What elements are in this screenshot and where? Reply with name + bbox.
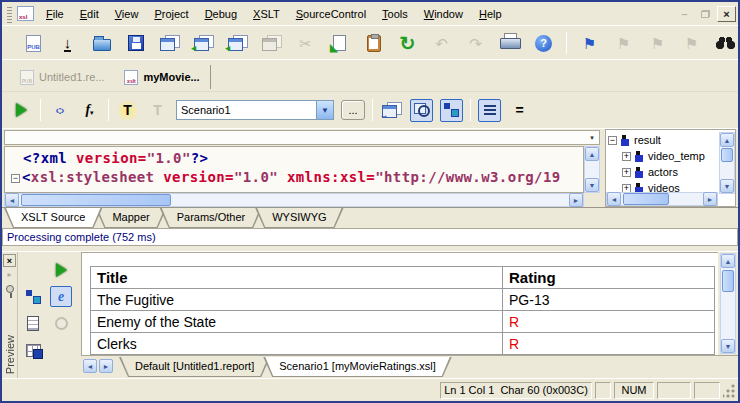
preview-vertical-scrollbar[interactable]: ▲ ▼ (720, 253, 736, 354)
status-pane-empty (694, 382, 720, 399)
toolbar-grip[interactable] (7, 5, 12, 23)
tab-scroll-right-icon[interactable]: ► (99, 359, 113, 373)
expand-icon[interactable]: + (622, 184, 631, 193)
highlight-off-icon: T (153, 102, 162, 118)
tab-default-report[interactable]: Default [Untitled1.report] (119, 357, 270, 377)
tab-scroll-left-icon[interactable]: ◄ (83, 359, 97, 373)
tree-item-result[interactable]: − result (608, 132, 718, 148)
bookmark-button[interactable]: ⚑ (578, 32, 601, 55)
align-lines-icon (484, 105, 496, 115)
menu-help[interactable]: Help (471, 5, 510, 23)
tab-scenario1[interactable]: Scenario1 [myMovieRatings.xsl] (263, 357, 452, 377)
menu-tools[interactable]: Tools (374, 5, 416, 23)
function-button[interactable]: f▾ (78, 99, 101, 122)
scroll-down-icon[interactable]: ▼ (720, 179, 734, 193)
expand-icon[interactable]: + (622, 168, 631, 177)
copy-button[interactable]: ◣ (328, 32, 351, 55)
code-horizontal-scrollbar[interactable]: ◄ ► (4, 193, 584, 207)
collapse-icon[interactable]: − (608, 136, 617, 145)
cut-button: ✂ (294, 32, 317, 55)
scroll-up-icon[interactable]: ▲ (720, 133, 734, 147)
browse-scenarios-button[interactable]: ... (341, 100, 365, 120)
scroll-left-icon[interactable]: ◄ (607, 192, 621, 206)
spacer (22, 259, 44, 280)
highlight-on-button[interactable]: T (116, 99, 139, 122)
publish-button[interactable]: PUB (22, 32, 45, 55)
menu-sourcecontrol[interactable]: SourceControl (288, 5, 374, 23)
clear-bookmarks-icon: ⚑ (685, 36, 698, 51)
chevron-down-icon[interactable]: ▾ (585, 131, 599, 144)
print-button[interactable] (498, 32, 521, 55)
help-button[interactable]: ? (532, 32, 555, 55)
doc-tab-label: Untitled1.re... (39, 71, 104, 83)
align-button[interactable] (478, 99, 501, 122)
run-button[interactable] (10, 99, 33, 122)
open-button[interactable] (90, 32, 113, 55)
refresh-icon: ↻ (400, 34, 416, 53)
editor-toolbar: ‹:› f▾ T T Scenario1 ▼ ... → = (2, 92, 738, 129)
open-window-icon: ◂ (194, 35, 214, 51)
expand-icon[interactable]: + (622, 152, 631, 161)
scroll-right-icon[interactable]: ► (703, 192, 717, 206)
scroll-up-icon[interactable]: ▲ (585, 147, 599, 161)
scroll-up-icon[interactable]: ▲ (721, 254, 735, 268)
scenario-tab-bar: ◄ ► Default [Untitled1.report] Scenario1… (81, 355, 738, 378)
tab-mapper[interactable]: Mapper (95, 208, 166, 228)
tab-xslt-source[interactable]: XSLT Source (4, 208, 102, 228)
resize-grip[interactable] (723, 382, 736, 399)
browser-preview-button[interactable]: e (50, 286, 72, 307)
save-result-button[interactable] (22, 340, 44, 361)
find-button[interactable] (714, 32, 737, 55)
open-result-button[interactable]: → (380, 99, 403, 122)
definition-dropdown[interactable]: ▾ (4, 130, 600, 145)
combo-dropdown-button[interactable]: ▼ (316, 101, 333, 119)
menu-view[interactable]: View (107, 5, 147, 23)
refresh-button[interactable]: ↻ (396, 32, 419, 55)
tree-vertical-scrollbar[interactable]: ▲ ▼ (719, 132, 735, 194)
paste-button[interactable] (362, 32, 385, 55)
tab-wysiwyg[interactable]: WYSIWYG (255, 208, 343, 228)
menu-file[interactable]: File (38, 5, 72, 23)
menu-window[interactable]: Window (416, 5, 471, 23)
scroll-right-icon[interactable]: ► (569, 193, 583, 207)
doc-tab-mymovie[interactable]: xslt myMovie... (114, 65, 210, 89)
save-button[interactable] (124, 32, 147, 55)
preview-mapper-button[interactable] (22, 286, 44, 307)
import-icon: ↓ (64, 35, 72, 52)
mapper-view-button[interactable] (440, 99, 463, 122)
pin-icon[interactable] (6, 285, 14, 293)
scrollbar-thumb[interactable] (721, 148, 733, 162)
menu-debug[interactable]: Debug (197, 5, 245, 23)
scroll-down-icon[interactable]: ▼ (585, 178, 599, 192)
menu-project[interactable]: Project (146, 5, 196, 23)
tab-params-other[interactable]: Params/Other (160, 208, 262, 228)
pretty-print-button[interactable]: ‹:› (48, 99, 71, 122)
close-button[interactable]: × (717, 6, 736, 22)
whitespace-button[interactable]: = (508, 99, 531, 122)
tree-item-videos[interactable]: + videos (622, 180, 718, 192)
menu-edit[interactable]: Edit (72, 5, 107, 23)
fold-collapse-icon[interactable]: − (11, 174, 20, 183)
tree-horizontal-scrollbar[interactable]: ◄ ► (606, 192, 718, 206)
code-editor[interactable]: <?xml version="1.0"?> −<xsl:stylesheet v… (4, 146, 584, 193)
status-pane-empty (595, 382, 611, 399)
code-vertical-scrollbar[interactable]: ▲ ▼ (584, 146, 600, 193)
preview-close-button[interactable]: × (3, 254, 16, 267)
new-window-button[interactable] (158, 32, 181, 55)
tree-item-actors[interactable]: + actors (622, 164, 718, 180)
scroll-down-icon[interactable]: ▼ (721, 339, 735, 353)
preview-run-button[interactable] (50, 259, 72, 280)
scenario-select[interactable]: Scenario1 ▼ (176, 100, 334, 120)
tree-item-video-temp[interactable]: + video_temp (622, 148, 718, 164)
scroll-left-icon[interactable]: ◄ (5, 193, 19, 207)
doc-tab-untitled1[interactable]: PUB Untitled1.re... (10, 65, 114, 89)
preview-window-button[interactable] (410, 99, 433, 122)
menu-xslt[interactable]: XSLT (245, 5, 288, 23)
scrollbar-thumb[interactable] (623, 193, 669, 205)
text-view-button[interactable] (22, 313, 44, 334)
import-button[interactable]: ↓ (56, 32, 79, 55)
scrollbar-thumb[interactable] (21, 194, 171, 206)
open-window-button[interactable]: ◂ (192, 32, 215, 55)
import-window-button[interactable]: ◂ (226, 32, 249, 55)
scrollbar-thumb[interactable] (722, 270, 734, 292)
